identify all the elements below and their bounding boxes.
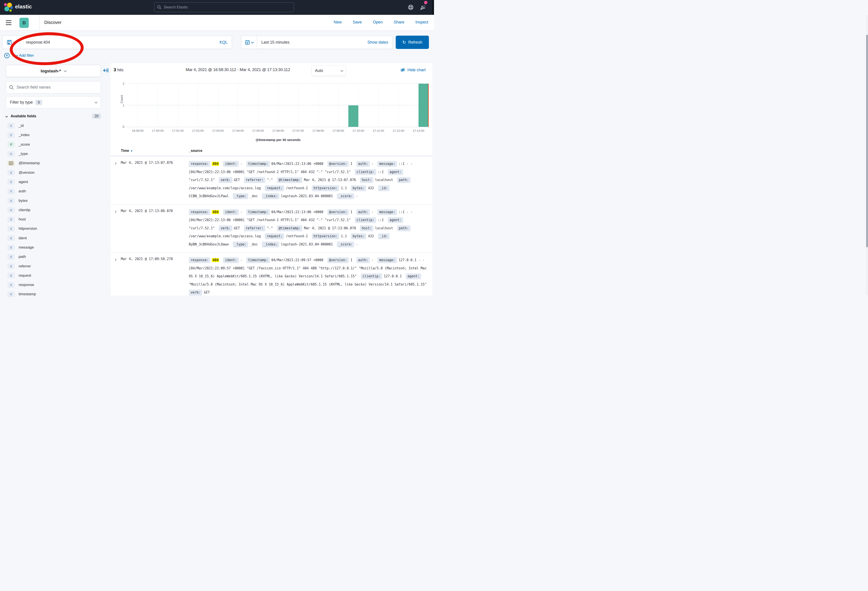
field-key-badge: referrer:	[244, 225, 265, 231]
field-value: _doc	[250, 194, 260, 198]
available-fields-count: 20	[92, 114, 101, 119]
column-header-time[interactable]: Time▼	[121, 149, 133, 153]
field-name: @version	[19, 170, 34, 175]
field-name: _index	[19, 133, 30, 137]
nav-link-share[interactable]: Share	[394, 20, 404, 25]
field-item-response[interactable]: tresponse	[6, 280, 101, 290]
nav-link-new[interactable]: New	[334, 20, 342, 25]
field-item-ident[interactable]: tident	[6, 233, 101, 243]
field-key-badge: httpversion:	[312, 185, 339, 191]
string-field-icon: t	[7, 291, 15, 296]
x-tick-label: 17:00:00	[152, 129, 164, 132]
field-value: -	[371, 210, 375, 214]
field-key-badge: host:	[360, 225, 373, 231]
date-picker: Last 15 minutes Show dates	[241, 35, 393, 49]
field-item-_index[interactable]: t_index	[6, 130, 101, 140]
newsfeed-icon[interactable]	[420, 4, 426, 10]
field-item-bytes[interactable]: tbytes	[6, 196, 101, 205]
expand-row-icon[interactable]: ›	[111, 160, 121, 200]
menu-icon[interactable]	[6, 21, 12, 25]
query-language-button[interactable]: KQL	[216, 40, 232, 45]
field-item-_id[interactable]: t_id	[6, 121, 101, 130]
field-item-message[interactable]: tmessage	[6, 243, 101, 252]
y-gridline	[128, 105, 428, 105]
field-item-@timestamp[interactable]: @timestamp	[6, 158, 101, 168]
field-key-badge: response:	[189, 209, 210, 215]
filter-icon[interactable]	[4, 53, 10, 58]
interval-select[interactable]: Auto	[311, 65, 346, 76]
field-value: logstash-2021.03.04-000001	[281, 194, 335, 198]
field-key-badge: _score:	[337, 241, 354, 247]
field-item-clientip[interactable]: tclientip	[6, 205, 101, 215]
query-bar: response:404 KQL	[2, 35, 232, 49]
histogram-bar-17:13:00[interactable]	[419, 84, 428, 127]
field-item-auth[interactable]: tauth	[6, 186, 101, 196]
field-value: "curl/7.52.1"	[189, 178, 217, 182]
x-gridline	[358, 84, 359, 127]
field-key-badge: response:	[189, 161, 210, 167]
field-item-_score[interactable]: #_score	[6, 140, 101, 149]
field-item-@version[interactable]: t@version	[6, 168, 101, 177]
field-item-host[interactable]: thost	[6, 215, 101, 224]
doc-source: response:404 ident:- timestamp:04/Mar/20…	[189, 160, 429, 200]
filter-by-type-select[interactable]: Filter by type 0	[6, 96, 101, 108]
scrollbar-header-segment	[432, 0, 434, 15]
field-value: GET	[204, 290, 210, 294]
string-field-icon: t	[7, 189, 15, 194]
field-item-request[interactable]: trequest	[6, 271, 101, 280]
divider	[19, 15, 19, 31]
field-value: /notfound-2	[286, 186, 310, 190]
field-value: 432	[368, 186, 376, 190]
hide-chart-link[interactable]: Hide chart	[400, 68, 425, 72]
field-item-agent[interactable]: tagent	[6, 177, 101, 186]
main-panel: 3 hits Mar 4, 2021 @ 16:58:30.112 - Mar …	[111, 63, 432, 296]
field-key-badge: _index:	[262, 193, 279, 199]
time-range-button[interactable]: Last 15 minutes	[257, 40, 368, 45]
string-field-icon: t	[7, 132, 15, 138]
expand-row-icon[interactable]: ›	[111, 256, 121, 296]
string-field-icon: t	[7, 170, 15, 175]
nav-link-inspect[interactable]: Inspect	[415, 20, 428, 25]
column-header-source[interactable]: _source	[189, 149, 202, 153]
field-item-referrer[interactable]: treferrer	[6, 262, 101, 271]
search-icon	[157, 5, 162, 9]
nav-link-save[interactable]: Save	[353, 20, 362, 25]
expand-row-icon[interactable]: ›	[111, 208, 121, 248]
show-dates-link[interactable]: Show dates	[368, 40, 393, 45]
field-item-path[interactable]: tpath	[6, 252, 101, 262]
field-value: GET	[234, 226, 242, 230]
add-filter-link[interactable]: + Add filter	[16, 53, 34, 58]
field-value: /notfound-1	[286, 234, 310, 238]
field-item-_type[interactable]: t_type	[6, 149, 101, 158]
field-key-badge: response:	[189, 257, 210, 263]
help-icon[interactable]	[408, 4, 413, 10]
available-fields-header[interactable]: Available fields 20	[6, 114, 101, 119]
field-name: auth	[19, 189, 26, 194]
index-pattern-select[interactable]: logstash-*	[6, 65, 101, 77]
nav-link-open[interactable]: Open	[373, 20, 383, 25]
field-name: agent	[19, 180, 28, 184]
field-key-badge: auth:	[356, 161, 370, 167]
histogram-chart[interactable]: 16:59:0017:00:0017:01:0017:02:0017:03:00…	[128, 84, 428, 127]
field-value: -	[241, 258, 244, 262]
global-search-input[interactable]: Search Elastic	[154, 3, 294, 12]
field-value: 432	[368, 234, 376, 238]
field-search-input[interactable]: Search field names	[6, 81, 101, 93]
field-key-badge: bytes:	[351, 233, 366, 239]
field-value: /var/www/example.com/logs/access.log	[189, 186, 263, 190]
field-value: CCBN_3cB04dGovJLPawl	[189, 194, 231, 198]
query-input[interactable]: response:404	[20, 40, 216, 45]
collapse-sidebar-icon[interactable]	[103, 67, 109, 74]
discover-app-badge[interactable]: D	[19, 18, 29, 28]
field-item-timestamp[interactable]: ttimestamp	[6, 290, 101, 296]
date-quick-select-button[interactable]	[241, 36, 257, 49]
saved-query-button[interactable]	[3, 36, 20, 49]
refresh-button[interactable]: ↻ Refresh	[396, 35, 429, 49]
field-value: 04/Mar/2021:22:13:06 +0000	[271, 162, 325, 166]
histogram-bar-17:09:30[interactable]	[348, 105, 358, 127]
x-tick-label: 17:07:00	[292, 129, 304, 132]
field-item-httpversion[interactable]: thttpversion	[6, 224, 101, 233]
notification-dot	[424, 1, 427, 4]
doc-source: response:404 ident:- timestamp:04/Mar/20…	[189, 256, 429, 296]
elastic-logo-icon[interactable]	[4, 3, 13, 12]
